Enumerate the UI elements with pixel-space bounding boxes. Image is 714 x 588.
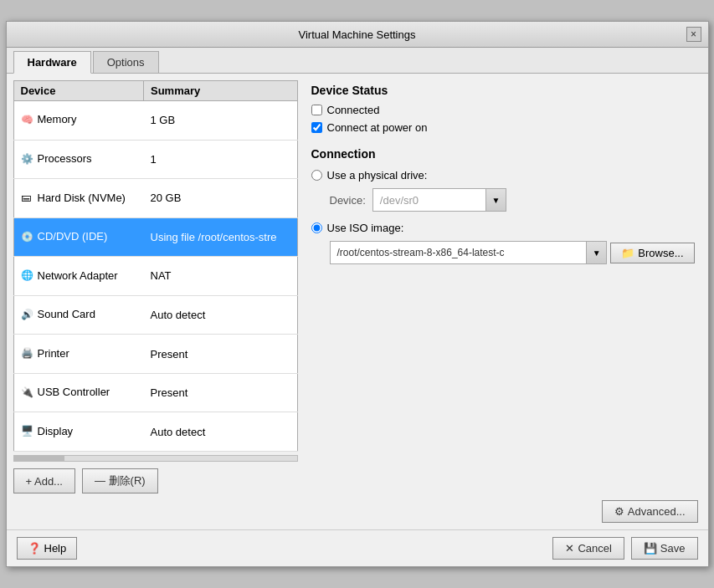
tab-hardware[interactable]: Hardware (13, 51, 91, 74)
connected-row: Connected (311, 104, 695, 116)
tab-options[interactable]: Options (93, 51, 159, 73)
advanced-button[interactable]: ⚙ Advanced... (602, 500, 698, 523)
table-row[interactable]: 🧠Memory 1 GB (13, 101, 297, 141)
help-icon: ❓ (28, 542, 41, 555)
connect-power-label: Connect at power on (327, 121, 428, 134)
bottom-bar: ❓ Help ✕ Cancel 💾 Save (7, 529, 708, 566)
connected-label: Connected (327, 104, 380, 116)
help-button[interactable]: ❓ Help (17, 537, 78, 560)
device-icon: 🖨️ (21, 347, 34, 360)
table-row[interactable]: 🖴Hard Disk (NVMe) 20 GB (13, 179, 297, 218)
browse-icon: 📁 (621, 247, 634, 259)
table-row[interactable]: 🌐Network Adapter NAT (13, 257, 297, 296)
title-bar: Virtual Machine Settings × (7, 22, 708, 48)
iso-path-field[interactable]: /root/centos-stream-8-x86_64-latest-c ▼ (330, 241, 608, 264)
device-icon: 🌐 (21, 269, 34, 283)
connection-title: Connection (311, 147, 695, 161)
table-row[interactable]: 💿CD/DVD (IDE) Using file /root/centos-st… (13, 217, 297, 257)
table-row[interactable]: 🔊Sound Card Auto detect (13, 295, 297, 335)
cancel-icon: ✕ (565, 542, 574, 555)
device-select-row: Device: /dev/sr0 ▼ (330, 188, 695, 212)
remove-button[interactable]: — 删除(R) (82, 468, 158, 493)
physical-drive-label: Use a physical drive: (327, 169, 428, 182)
window-title: Virtual Machine Settings (28, 28, 686, 41)
physical-drive-row: Use a physical drive: (311, 169, 695, 182)
summary-cell: Auto detect (144, 412, 298, 452)
summary-cell: Auto detect (144, 295, 298, 335)
table-row[interactable]: 🔌USB Controller Present (13, 373, 297, 412)
device-icon: ⚙️ (21, 153, 34, 166)
device-icon: 🖴 (21, 192, 34, 205)
iso-dropdown-button[interactable]: ▼ (586, 242, 606, 263)
table-row[interactable]: ⚙️Processors 1 (13, 140, 297, 179)
column-summary: Summary (144, 81, 298, 101)
device-cell: 🧠Memory (13, 101, 144, 141)
save-button[interactable]: 💾 Save (631, 537, 698, 560)
summary-cell: NAT (144, 257, 298, 296)
iso-radio-row: Use ISO image: (311, 222, 695, 234)
cancel-label: Cancel (578, 542, 611, 555)
device-cell: 🌐Network Adapter (13, 257, 144, 296)
scrollbar[interactable] (13, 455, 298, 462)
save-icon: 💾 (644, 542, 657, 555)
device-select[interactable]: /dev/sr0 ▼ (372, 188, 506, 212)
table-row[interactable]: 🖨️Printer Present (13, 335, 297, 374)
device-icon: 🔊 (21, 309, 34, 322)
iso-radio[interactable] (311, 222, 322, 233)
device-cell: 🔌USB Controller (13, 373, 144, 412)
iso-path-container: /root/centos-stream-8-x86_64-latest-c ▼ … (330, 241, 695, 264)
device-cell: ⚙️Processors (13, 140, 144, 179)
connection-section: Connection Use a physical drive: Device:… (311, 147, 695, 264)
save-label: Save (660, 542, 686, 555)
virtual-machine-settings-window: Virtual Machine Settings × Hardware Opti… (6, 21, 709, 567)
connect-power-row: Connect at power on (311, 121, 695, 134)
device-label: Device: (330, 194, 366, 207)
summary-cell: 20 GB (144, 179, 298, 218)
cancel-button[interactable]: ✕ Cancel (552, 537, 624, 560)
device-icon: 🧠 (21, 114, 34, 127)
device-icon: 🔌 (21, 386, 34, 400)
connected-checkbox[interactable] (311, 105, 322, 115)
device-table: Device Summary 🧠Memory 1 GB ⚙️Processors… (13, 80, 298, 452)
close-button[interactable]: × (686, 27, 701, 42)
help-label: Help (44, 542, 67, 555)
summary-cell: Present (144, 373, 298, 412)
device-cell: 🖥️Display (13, 412, 144, 452)
device-icon: 🖥️ (21, 425, 34, 438)
table-row[interactable]: 🖥️Display Auto detect (13, 412, 297, 452)
device-icon: 💿 (21, 231, 34, 244)
physical-drive-radio[interactable] (311, 170, 322, 181)
advanced-label: Advanced... (628, 505, 686, 518)
summary-cell: 1 GB (144, 101, 298, 141)
device-cell: 💿CD/DVD (IDE) (13, 217, 144, 257)
summary-cell: Using file /root/centos-stre (144, 217, 298, 257)
summary-cell: Present (144, 335, 298, 374)
left-panel: Device Summary 🧠Memory 1 GB ⚙️Processors… (13, 80, 298, 493)
right-buttons: ✕ Cancel 💾 Save (552, 537, 697, 560)
device-dropdown-button[interactable]: ▼ (485, 189, 506, 211)
iso-label: Use ISO image: (327, 222, 404, 234)
connect-power-checkbox[interactable] (311, 122, 322, 133)
device-cell: 🔊Sound Card (13, 295, 144, 335)
device-select-text: /dev/sr0 (373, 192, 485, 209)
left-buttons: + Add... — 删除(R) (13, 468, 298, 493)
iso-path-text: /root/centos-stream-8-x86_64-latest-c (331, 244, 587, 261)
browse-button[interactable]: 📁 Browse... (610, 243, 694, 263)
advanced-row: ⚙ Advanced... (7, 500, 708, 529)
advanced-icon: ⚙ (614, 505, 624, 518)
device-cell: 🖴Hard Disk (NVMe) (13, 179, 144, 218)
content-area: Device Summary 🧠Memory 1 GB ⚙️Processors… (7, 74, 708, 500)
right-panel: Device Status Connected Connect at power… (305, 80, 701, 493)
summary-cell: 1 (144, 140, 298, 179)
device-cell: 🖨️Printer (13, 335, 144, 374)
browse-label: Browse... (638, 247, 683, 259)
add-button[interactable]: + Add... (13, 468, 75, 493)
device-status-title: Device Status (311, 84, 695, 97)
column-device: Device (13, 81, 144, 101)
tab-bar: Hardware Options (7, 48, 708, 74)
